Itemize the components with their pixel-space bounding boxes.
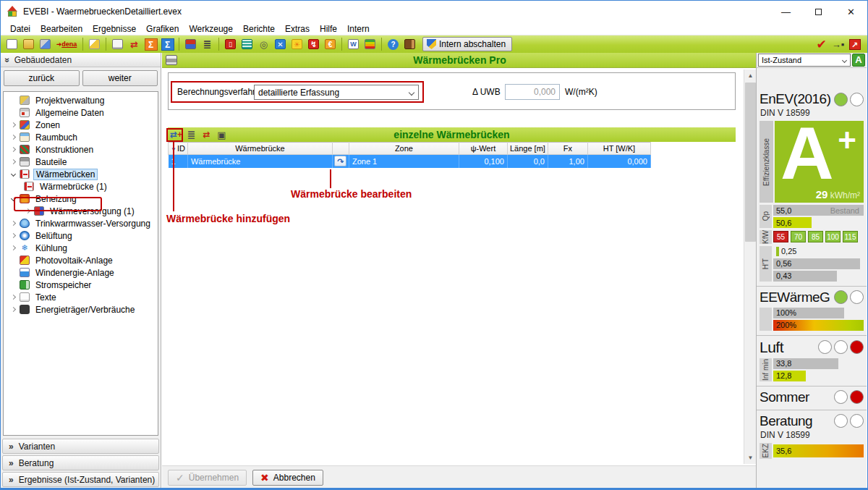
- euro-tag-icon[interactable]: €: [323, 37, 338, 51]
- menu-berichte[interactable]: Berichte: [238, 23, 280, 35]
- value-list-icon[interactable]: ≣: [200, 37, 215, 51]
- col-id[interactable]: ▼ID: [169, 143, 188, 155]
- cancel-button[interactable]: ✖Abbrechen: [252, 470, 323, 486]
- col-name[interactable]: Wärmebrücke: [187, 143, 332, 155]
- menu-datei[interactable]: Datei: [5, 23, 35, 35]
- magic-wand-icon[interactable]: [87, 37, 102, 51]
- paste-icon[interactable]: [38, 37, 53, 51]
- menu-grafiken[interactable]: Grafiken: [141, 23, 184, 35]
- scroll-down-icon[interactable]: ▼: [744, 452, 757, 464]
- open-folder-icon[interactable]: [21, 37, 36, 51]
- report-document-icon[interactable]: [110, 37, 125, 51]
- user-export-icon[interactable]: →▪: [830, 37, 846, 51]
- sum-blue-icon[interactable]: Σ: [160, 37, 175, 51]
- chevron-right-icon[interactable]: [8, 123, 18, 127]
- panel-varianten[interactable]: »Varianten: [2, 439, 159, 454]
- col-fx[interactable]: Fx: [548, 143, 587, 155]
- electricity-flash-icon[interactable]: ↯: [306, 37, 321, 51]
- energy-class-button[interactable]: A: [852, 54, 865, 67]
- tree-item-waermebruecken[interactable]: Wärmebrücken: [4, 168, 158, 180]
- tree-item-belueftung[interactable]: Belüftung: [4, 229, 158, 242]
- tree-item-projektverwaltung[interactable]: Projektverwaltung: [4, 94, 158, 106]
- chevron-right-icon[interactable]: [8, 221, 18, 225]
- chevron-right-icon[interactable]: [8, 160, 18, 164]
- hierarchy-icon[interactable]: [183, 37, 198, 51]
- menu-hilfe[interactable]: Hilfe: [315, 23, 342, 35]
- table-row[interactable]: 1 Wärmebrücke ↷ Zone 1 0,100 0,0 1,00 0,…: [169, 155, 651, 168]
- menu-intern[interactable]: Intern: [342, 23, 375, 35]
- state-selector-dropdown[interactable]: Ist-Zustand: [758, 54, 851, 67]
- construction-grid-icon[interactable]: [239, 37, 255, 51]
- tree-item-kuehlung[interactable]: ❄Kühlung: [4, 242, 158, 254]
- cell-fx[interactable]: 1,00: [548, 155, 587, 168]
- tree-item-texte[interactable]: Texte: [4, 291, 158, 303]
- scrollbar-thumb[interactable]: [745, 83, 756, 242]
- tree-item-bauteile[interactable]: Bauteile: [4, 156, 158, 168]
- chevron-right-icon[interactable]: [8, 295, 18, 299]
- chevron-right-icon[interactable]: [8, 135, 18, 139]
- calc-method-dropdown[interactable]: detaillierte Erfassung: [254, 85, 419, 100]
- col-zone[interactable]: Zone: [349, 143, 459, 155]
- chevron-right-icon[interactable]: [8, 148, 18, 151]
- heating-radiator-icon[interactable]: ▯: [223, 37, 238, 51]
- sun-icon[interactable]: ☀: [289, 37, 305, 51]
- cell-psi[interactable]: 0,100: [459, 155, 507, 168]
- report-w-icon[interactable]: W: [346, 37, 361, 51]
- chevron-right-icon[interactable]: [22, 209, 33, 213]
- vertical-scrollbar[interactable]: ▲ ▼: [744, 69, 756, 464]
- cell-zone[interactable]: Zone 1: [349, 155, 459, 168]
- panel-beratung[interactable]: »Beratung: [2, 455, 159, 470]
- tree-item-zonen[interactable]: Zonen: [4, 119, 158, 131]
- scroll-up-icon[interactable]: ▲: [744, 69, 757, 82]
- chevron-right-icon[interactable]: [8, 308, 18, 311]
- tree-item-konstruktionen[interactable]: Konstruktionen: [4, 143, 158, 156]
- tree-item-energietraeger[interactable]: Energieträger/Verbräuche: [4, 303, 158, 316]
- cell-ht[interactable]: 0,000: [587, 155, 650, 168]
- intern-abschalten-button[interactable]: Intern abschalten: [422, 37, 512, 51]
- help-icon[interactable]: ?: [386, 37, 401, 51]
- tree-item-waermeversorgung[interactable]: Wärmeversorgung (1): [4, 205, 158, 217]
- tree-item-windenergie[interactable]: Windenergie-Anlage: [4, 266, 158, 279]
- energy-certificate-icon[interactable]: [362, 37, 378, 51]
- menu-werkzeuge[interactable]: Werkzeuge: [184, 23, 237, 35]
- edit-thermal-bridge-icon[interactable]: ↷: [334, 156, 346, 166]
- back-button[interactable]: zurück: [4, 70, 80, 86]
- tree-item-beheizung[interactable]: Beheizung: [4, 193, 158, 205]
- chevron-right-icon[interactable]: [8, 246, 18, 250]
- next-button[interactable]: weiter: [82, 70, 158, 86]
- tree-item-photovoltaik[interactable]: Photovoltaik-Anlage: [4, 254, 158, 266]
- tree-item-trinkwarmwasser[interactable]: Trinkwarmwasser-Versorgung: [4, 217, 158, 229]
- apply-check-icon[interactable]: ✔: [814, 37, 829, 51]
- apply-button[interactable]: ✓Übernehmen: [168, 470, 247, 486]
- tree-item-waermebruecke-1[interactable]: Wärmebrücke (1): [4, 180, 158, 193]
- sidebar-header[interactable]: » Gebäudedaten: [1, 53, 161, 67]
- sum-orange-icon[interactable]: Σ: [143, 37, 158, 51]
- close-button[interactable]: ✕: [835, 1, 867, 22]
- tree-item-raumbuch[interactable]: Raumbuch: [4, 131, 158, 143]
- panel-ergebnisse[interactable]: »Ergebnisse (Ist-Zustand, Varianten): [2, 472, 159, 487]
- ventilation-fan-icon[interactable]: ✕: [273, 37, 288, 51]
- cell-name[interactable]: Wärmebrücke: [187, 155, 332, 168]
- maximize-button[interactable]: [802, 1, 835, 22]
- tree-item-stromspeicher[interactable]: Stromspeicher: [4, 279, 158, 291]
- chevron-right-icon[interactable]: [8, 234, 18, 237]
- col-ht[interactable]: HT [W/K]: [587, 143, 650, 155]
- chevron-down-icon[interactable]: [8, 197, 18, 200]
- menu-bearbeiten[interactable]: Bearbeiten: [35, 23, 88, 35]
- col-psi[interactable]: ψ-Wert: [459, 143, 507, 155]
- col-length[interactable]: Länge [m]: [507, 143, 548, 155]
- dena-export-icon[interactable]: ➜dena: [54, 37, 79, 51]
- thermal-bridge-icon[interactable]: ⇄: [127, 37, 142, 51]
- tree-item-allgemeine-daten[interactable]: Allgemeine Daten: [4, 106, 158, 119]
- menu-ergebnisse[interactable]: Ergebnisse: [88, 23, 141, 35]
- chevron-down-icon[interactable]: [8, 172, 18, 176]
- minimize-button[interactable]: —: [770, 1, 802, 22]
- water-check-icon[interactable]: ◎: [256, 37, 271, 51]
- door-icon[interactable]: [402, 37, 417, 51]
- new-document-icon[interactable]: [4, 37, 20, 51]
- cell-id[interactable]: 1: [169, 155, 188, 168]
- menu-extras[interactable]: Extras: [280, 23, 315, 35]
- uwb-input[interactable]: 0,000: [505, 84, 560, 100]
- cell-length[interactable]: 0,0: [507, 155, 548, 168]
- chart-icon[interactable]: ↗: [847, 37, 862, 51]
